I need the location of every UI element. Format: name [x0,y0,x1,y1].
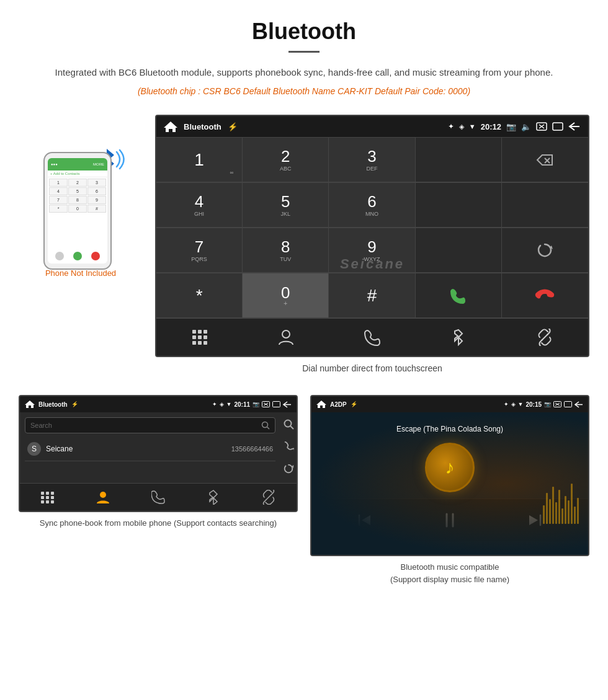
phone-key-4[interactable]: 4 [49,187,68,195]
music-close-icon [553,401,561,407]
phone-key-2[interactable]: 2 [68,179,87,187]
status-bar-time: 20:12 [481,122,501,131]
music-sig-icon: ▼ [518,401,524,407]
dialpad-row-4: * 0 + # [156,273,588,318]
dial-key-1[interactable]: 1 ∞ [156,138,243,182]
phonebook-main: Search S Seicane 13566664466 [20,412,280,483]
dial-key-7[interactable]: 7 PQRS [156,228,243,273]
pb-right-call[interactable] [283,441,294,454]
music-loc-icon: ◈ [511,401,516,407]
pb-nav-link[interactable] [259,487,279,507]
music-note-icon: ♪ [445,457,455,478]
main-caption: Dial number direct from touchscreen [155,363,589,373]
camera-icon[interactable]: 📷 [506,122,516,131]
dialpad-row-3: 7 PQRS 8 TUV 9 WXYZ [156,228,588,273]
refresh-right-icon [283,463,294,474]
dialpad-nav-bar [156,318,588,356]
dial-refresh[interactable] [502,228,588,273]
svg-rect-4 [553,123,563,130]
phone-screen: ●●● MORE + Add to Contacts 1 2 3 4 5 6 7 [48,158,107,264]
phone-key-6[interactable]: 6 [87,187,106,195]
link-nav-icon [261,490,276,505]
dial-backspace[interactable] [502,138,588,182]
svg-point-22 [100,492,106,498]
bt-nav-icon [208,490,218,505]
pb-nav-bt[interactable] [203,487,223,507]
phone-key-1[interactable]: 1 [49,179,68,187]
dial-key-2[interactable]: 2 ABC [243,138,329,182]
link-icon [536,329,553,346]
phone-screen-header: ●●● MORE [48,158,107,171]
music-app-name: A2DP [330,401,347,408]
dial-empty-1 [416,138,502,182]
page-title: Bluetooth [37,19,571,45]
phone-key-0[interactable]: 0 [68,205,87,213]
home-icon[interactable] [164,120,177,133]
nav-dialpad-btn[interactable] [187,325,212,350]
dial-call-green[interactable] [416,273,502,318]
search-icon [261,421,270,430]
window-icon[interactable] [552,122,563,131]
nav-bluetooth-btn[interactable] [446,325,471,350]
svg-line-20 [290,426,293,429]
dial-key-0[interactable]: 0 + [243,273,329,318]
phone-key-8[interactable]: 8 [68,196,87,204]
phone-key-3[interactable]: 3 [87,179,106,187]
dial-key-9[interactable]: 9 WXYZ [329,228,415,273]
pb-bt-icon: ✦ [212,401,217,407]
status-bar-left: Bluetooth ⚡ [164,120,238,133]
volume-icon[interactable]: 🔈 [521,122,531,131]
phone-key-star[interactable]: * [49,205,68,213]
music-screenshot-item: A2DP ⚡ ✦ ◈ ▼ 20:15 📷 [310,395,589,585]
nav-phone-btn[interactable] [360,325,385,350]
status-bar-right: ✦ ◈ ▼ 20:12 📷 🔈 [448,122,581,131]
pb-right-refresh[interactable] [283,463,294,477]
svg-point-19 [285,420,292,427]
phone-body: ●●● MORE + Add to Contacts 1 2 3 4 5 6 7 [43,152,112,270]
dial-key-hash[interactable]: # [329,273,415,318]
header-specs: (Bluetooth chip : CSR BC6 Default Blueto… [37,86,571,96]
dial-key-3-sub: DEF [366,166,377,172]
nav-contacts-btn[interactable] [274,325,298,350]
dial-call-red[interactable] [502,273,588,318]
phone-icon [364,329,380,346]
contact-name: Seicane [46,445,231,453]
phone-key-5[interactable]: 5 [68,187,87,195]
contacts-icon [278,329,294,346]
phonebook-content: Search S Seicane 13566664466 [20,412,297,483]
pb-nav-grid[interactable] [38,487,58,507]
music-album-art: ♪ [425,443,475,492]
music-player-body: Escape (The Pina Colada Song) ♪ [311,412,588,555]
dial-empty-3 [502,183,588,228]
phone-key-7[interactable]: 7 [49,196,68,204]
phone-call-btn[interactable] [73,252,82,260]
pb-right-search[interactable] [283,419,294,432]
phone-add-contact: + Add to Contacts [48,171,107,177]
contact-row-seicane[interactable]: S Seicane 13566664466 [25,437,275,461]
main-device-screen-wrapper: Bluetooth ⚡ ✦ ◈ ▼ 20:12 📷 [155,115,589,357]
phone-end-btn[interactable] [91,252,100,260]
phone-not-included-label: Phone Not Included [45,268,116,278]
refresh-icon [535,241,554,260]
phone-key-hash[interactable]: # [87,205,106,213]
close-screen-icon[interactable] [536,122,547,131]
back-arrow-icon[interactable] [568,122,581,131]
pb-nav-contacts[interactable] [93,487,113,507]
svg-marker-11 [25,401,35,408]
dial-key-4[interactable]: 4 GHI [156,183,243,228]
dial-key-5[interactable]: 5 JKL [243,183,329,228]
nav-link-btn[interactable] [532,325,557,350]
pb-nav-phone[interactable] [148,487,168,507]
bottom-screenshots: Bluetooth ⚡ ✦ ◈ ▼ 20:11 📷 [0,395,608,604]
home-icon-small [25,400,35,409]
title-divider [288,51,320,53]
phone-key-9[interactable]: 9 [87,196,106,204]
dial-key-star[interactable]: * [156,273,243,318]
phonebook-app-name: Bluetooth [38,401,68,408]
phonebook-search[interactable]: Search [25,417,275,433]
music-window-icon [564,401,572,407]
dial-key-6[interactable]: 6 MNO [329,183,415,228]
music-camera-icon: 📷 [544,401,551,407]
dial-key-3[interactable]: 3 DEF [329,138,415,182]
dial-key-8[interactable]: 8 TUV [243,228,329,273]
